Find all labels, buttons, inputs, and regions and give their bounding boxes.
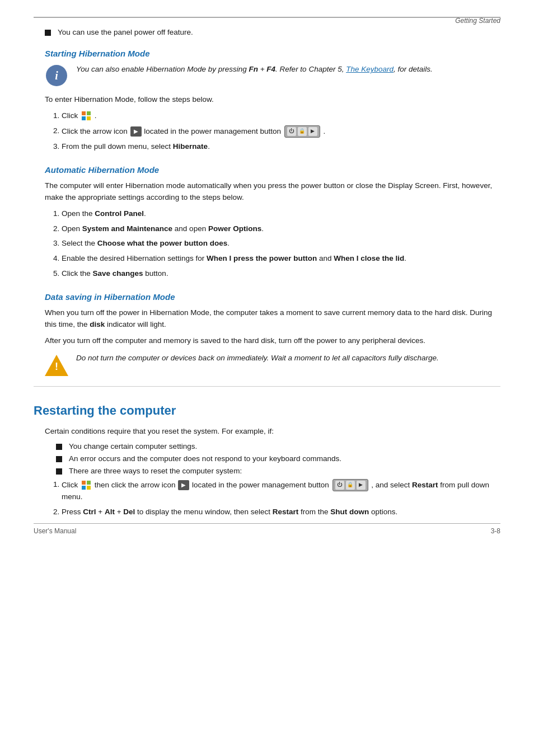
restart-bullet-2: An error occurs and the computer does no… xyxy=(56,454,500,463)
auto-step-1: Open the Control Panel. xyxy=(62,208,500,220)
restart-bullet-1: You change certain computer settings. xyxy=(56,442,500,450)
info-circle: i xyxy=(46,65,67,86)
automatic-body1: The computer will enter Hibernation mode… xyxy=(45,180,500,204)
restarting-title: Restarting the computer xyxy=(34,403,500,418)
automatic-hibernation-section: Automatic Hibernation Mode The computer … xyxy=(45,165,500,280)
power-icon-2: ⏻ xyxy=(335,481,344,490)
arrow-icon-2 xyxy=(178,480,189,490)
arrow-small-icon-2: ▶ xyxy=(357,481,366,490)
auto-step-2: Open System and Maintenance and open Pow… xyxy=(62,223,500,235)
data-saving-body2: After you turn off the computer and memo… xyxy=(45,335,500,347)
data-saving-body1: When you turn off the power in Hibernati… xyxy=(45,307,500,331)
svg-rect-3 xyxy=(87,116,91,120)
starting-step-3: From the pull down menu, select Hibernat… xyxy=(62,141,500,153)
warning-box: ! Do not turn the computer or devices ba… xyxy=(45,353,500,376)
arrow-icon-1 xyxy=(130,126,142,137)
bullet-square-icon xyxy=(45,30,51,36)
svg-rect-2 xyxy=(82,116,86,120)
keyboard-link[interactable]: The Keyboard xyxy=(346,65,394,73)
header-right: Getting Started xyxy=(455,17,500,25)
page-footer: User's Manual 3-8 xyxy=(34,523,500,535)
warning-text: Do not turn the computer or devices back… xyxy=(76,353,500,364)
svg-rect-1 xyxy=(87,111,91,115)
svg-rect-6 xyxy=(82,486,86,490)
restarting-content: Certain conditions require that you rese… xyxy=(45,426,500,518)
top-bullet-text: You can use the panel power off feature. xyxy=(58,28,193,36)
info-box: i You can also enable Hibernation Mode b… xyxy=(45,64,500,87)
top-rule xyxy=(34,17,500,18)
svg-rect-4 xyxy=(82,481,86,485)
restarting-intro: Certain conditions require that you rese… xyxy=(45,426,500,438)
power-btn-group-1: ⏻ 🔒 ▶ xyxy=(284,125,320,138)
page: Getting Started You can use the panel po… xyxy=(0,0,534,545)
automatic-hibernation-title: Automatic Hibernation Mode xyxy=(45,165,500,175)
auto-step-5: Click the Save changes button. xyxy=(62,268,500,280)
warning-icon: ! xyxy=(45,353,68,376)
starting-intro: To enter Hibernation Mode, follow the st… xyxy=(45,94,500,106)
data-saving-title: Data saving in Hibernation Mode xyxy=(45,292,500,302)
restarting-steps: Click then click the arrow icon located … xyxy=(62,479,500,518)
info-box-text: You can also enable Hibernation Mode by … xyxy=(76,64,500,75)
bullet-sq-3 xyxy=(56,468,62,475)
restarting-section: Restarting the computer Certain conditio… xyxy=(34,403,500,518)
info-icon: i xyxy=(45,64,68,87)
power-btn-group-2: ⏻ 🔒 ▶ xyxy=(332,479,368,491)
restart-bullet-3: There are three ways to reset the comput… xyxy=(56,467,500,475)
windows-start-icon-2 xyxy=(81,480,92,491)
svg-rect-7 xyxy=(87,486,91,490)
footer-left: User's Manual xyxy=(34,527,76,535)
section-divider xyxy=(34,386,500,387)
automatic-steps-list: Open the Control Panel. Open System and … xyxy=(62,208,500,280)
arrow-small-icon: ▶ xyxy=(308,127,317,136)
bullet-sq-1 xyxy=(56,444,62,450)
restart-bullet-text-3: There are three ways to reset the comput… xyxy=(69,467,242,475)
power-icon: ⏻ xyxy=(287,127,296,136)
starting-step-2: Click the arrow icon located in the powe… xyxy=(62,125,500,138)
lock-icon: 🔒 xyxy=(298,127,307,136)
data-saving-section: Data saving in Hibernation Mode When you… xyxy=(45,292,500,376)
windows-start-icon xyxy=(81,110,92,121)
starting-step-1: Click . xyxy=(62,110,500,122)
restart-step-1: Click then click the arrow icon located … xyxy=(62,479,500,503)
footer-right: 3-8 xyxy=(491,527,500,535)
auto-step-3: Select the Choose what the power button … xyxy=(62,238,500,250)
bullet-sq-2 xyxy=(56,456,62,462)
lock-icon-2: 🔒 xyxy=(346,481,355,490)
restart-step-2: Press Ctrl + Alt + Del to display the me… xyxy=(62,506,500,518)
starting-hibernation-section: Starting Hibernation Mode i You can also… xyxy=(45,49,500,153)
starting-steps-list: Click . Click the arrow icon located in … xyxy=(62,110,500,153)
starting-hibernation-title: Starting Hibernation Mode xyxy=(45,49,500,58)
svg-rect-0 xyxy=(82,111,86,115)
restart-bullet-text-1: You change certain computer settings. xyxy=(69,442,197,450)
auto-step-4: Enable the desired Hibernation settings … xyxy=(62,253,500,265)
svg-rect-5 xyxy=(87,481,91,485)
restart-bullet-text-2: An error occurs and the computer does no… xyxy=(69,454,341,463)
top-bullet-item: You can use the panel power off feature. xyxy=(45,28,500,36)
